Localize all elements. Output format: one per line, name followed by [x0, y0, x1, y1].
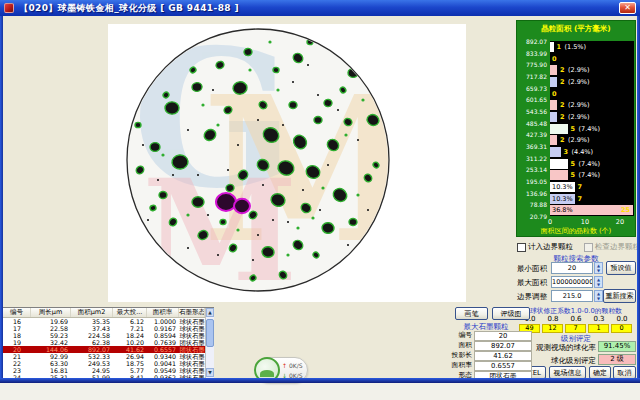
max-particle-row: 投影长 41.62 — [446, 351, 532, 361]
include-boundary-checkbox[interactable]: 计入边界颗粒 — [517, 242, 573, 252]
micrograph-image[interactable]: GMM — [108, 24, 466, 302]
hist-bar-percent: 10.3% — [552, 195, 573, 203]
hist-bar-count: 0 — [552, 55, 557, 63]
hist-bar-percent: (1.5%) — [565, 43, 587, 51]
field-label: 面积率 — [446, 361, 474, 371]
y-axis-tick-label: 601.65 — [517, 96, 547, 103]
table-cell: 144.06 — [31, 346, 71, 353]
table-row[interactable]: 20144.06892.0741.620.6557团状石墨 — [3, 346, 205, 353]
field-value: 0.6557 — [474, 361, 532, 371]
max-area-spinner[interactable]: ▲▼ — [594, 276, 603, 288]
research-button[interactable]: 重新搜索 — [603, 289, 636, 303]
hist-bar-count: 3 — [564, 148, 569, 156]
hist-bin: 2(2.9%) — [550, 134, 634, 146]
table-cell: 532.33 — [71, 353, 113, 360]
table-header-cell[interactable]: 面积率 — [147, 308, 179, 317]
table-cell: 62.38 — [71, 339, 113, 346]
rate-value: 91.45% — [598, 341, 636, 352]
table-row[interactable]: 1859.23224.5818.240.8594球状石墨 — [3, 332, 205, 339]
table-scrollbar[interactable]: ▲ ▼ — [205, 308, 214, 379]
table-cell: 球状石墨 — [179, 367, 205, 374]
upload-speed: ↑ 0K/S — [282, 362, 303, 369]
table-cell: 19.69 — [31, 318, 71, 325]
table-header-cell[interactable]: 最大投... — [113, 308, 147, 317]
coefficient-label: 0.3 — [588, 315, 610, 323]
table-header-cell[interactable]: 编号 — [3, 308, 31, 317]
hist-bar — [550, 77, 557, 87]
table-cell: 团状石墨 — [179, 346, 205, 353]
hist-bar-count: 5 — [571, 160, 576, 168]
table-cell: 球状石墨 — [179, 325, 205, 332]
y-axis-tick-label: 369.31 — [517, 143, 547, 150]
hist-bin: 1(1.5%) — [550, 41, 634, 53]
table-cell: 63.30 — [31, 360, 71, 367]
table-cell: 球状石墨 — [179, 332, 205, 339]
table-cell: 37.43 — [71, 325, 113, 332]
field-value: 892.07 — [474, 341, 532, 351]
table-row[interactable]: 2316.8124.955.770.9549球状石墨 — [3, 367, 205, 374]
table-header-cell[interactable]: 周长μm — [31, 308, 71, 317]
table-row[interactable]: 2263.30249.5318.750.9041球状石墨 — [3, 360, 205, 367]
table-cell: 17 — [3, 325, 31, 332]
particle-table[interactable]: 编号周长μm面积μm2最大投...面积率石墨形态 1619.6935.356.1… — [2, 307, 214, 380]
titlebar[interactable]: 【020】球墨铸铁金相_球化分级 [ GB 9441-88 ] ✕ — [0, 0, 640, 16]
hist-bar-count: 5 — [571, 125, 576, 133]
app-icon — [4, 3, 14, 13]
hist-bin: 2(2.9%) — [550, 76, 634, 88]
client-area: GMM 晶粒面积 (平方毫米) 892.07833.99775.90717.82… — [0, 16, 640, 378]
hist-bar-count: 2 — [560, 101, 565, 109]
table-cell: 224.58 — [71, 332, 113, 339]
boundary-input[interactable] — [551, 290, 593, 302]
coefficient-label: 0.6 — [565, 315, 587, 323]
min-area-input[interactable] — [551, 262, 593, 274]
hist-bar-percent: (2.9%) — [568, 113, 590, 121]
micrograph-panel[interactable]: GMM — [108, 24, 466, 302]
boundary-spinner[interactable]: ▲▼ — [594, 290, 603, 302]
scroll-down-icon[interactable]: ▼ — [206, 368, 214, 377]
hist-bar — [550, 135, 557, 145]
table-row[interactable]: 1619.6935.356.121.0000球状石墨 — [3, 318, 205, 325]
table-row[interactable]: 2192.99532.3326.940.9340球状石墨 — [3, 353, 205, 360]
table-row[interactable]: 1722.5837.437.210.9167球状石墨 — [3, 325, 205, 332]
close-button[interactable]: ✕ — [619, 2, 636, 14]
coefficient-count-cell: 0 — [611, 324, 632, 333]
table-header[interactable]: 编号周长μm面积μm2最大投...面积率石墨形态 — [3, 308, 205, 318]
hist-bar-count: 1 — [557, 43, 562, 51]
hist-bar-percent: 10.3% — [552, 183, 573, 191]
table-cell: 16.81 — [31, 367, 71, 374]
table-header-cell[interactable]: 石墨形态 — [179, 308, 205, 317]
hist-bin: 2(2.9%) — [550, 99, 634, 111]
table-cell: 32.42 — [31, 339, 71, 346]
rating-chart-button[interactable]: 评级图 — [492, 307, 530, 320]
hist-bar-count: 7 — [578, 183, 583, 191]
scrollbar-thumb[interactable] — [206, 319, 214, 347]
table-cell: 0.9041 — [147, 360, 179, 367]
table-header-cell[interactable]: 面积μm2 — [71, 308, 113, 317]
hist-bar-count: 2 — [560, 113, 565, 121]
scroll-up-icon[interactable]: ▲ — [206, 308, 214, 317]
max-area-input[interactable] — [551, 276, 593, 288]
brush-button[interactable]: 画笔 — [455, 307, 488, 320]
hist-bar — [550, 147, 561, 157]
table-cell: 892.07 — [71, 346, 113, 353]
hist-bar-percent: (2.9%) — [568, 78, 590, 86]
up-arrow-icon: ↑ — [282, 362, 287, 369]
hist-bar-percent: (7.4%) — [579, 171, 601, 179]
min-area-spinner[interactable]: ▲▼ — [594, 262, 603, 274]
y-axis-tick-label: 427.39 — [517, 131, 547, 138]
y-axis-tick-label: 485.48 — [517, 120, 547, 127]
hist-bar-percent: (7.4%) — [579, 125, 601, 133]
table-cell: 18.24 — [113, 332, 147, 339]
y-axis-tick-label: 20.79 — [517, 213, 547, 220]
window-left-border — [0, 16, 3, 378]
table-cell: 球状石墨 — [179, 360, 205, 367]
hist-bar-count: 25 — [621, 206, 630, 214]
coefficient-count-cell: 1 — [588, 324, 609, 333]
hist-bar-count: 7 — [578, 195, 583, 203]
hist-bar-count: 2 — [560, 78, 565, 86]
hist-bin: 36.8%25 — [550, 204, 634, 216]
preset-button[interactable]: 预设值 — [606, 261, 636, 275]
table-row[interactable]: 1932.4262.3810.200.7639团状石墨 — [3, 339, 205, 346]
checkbox-icon[interactable] — [517, 243, 526, 252]
field-label: 投影长 — [446, 351, 474, 361]
